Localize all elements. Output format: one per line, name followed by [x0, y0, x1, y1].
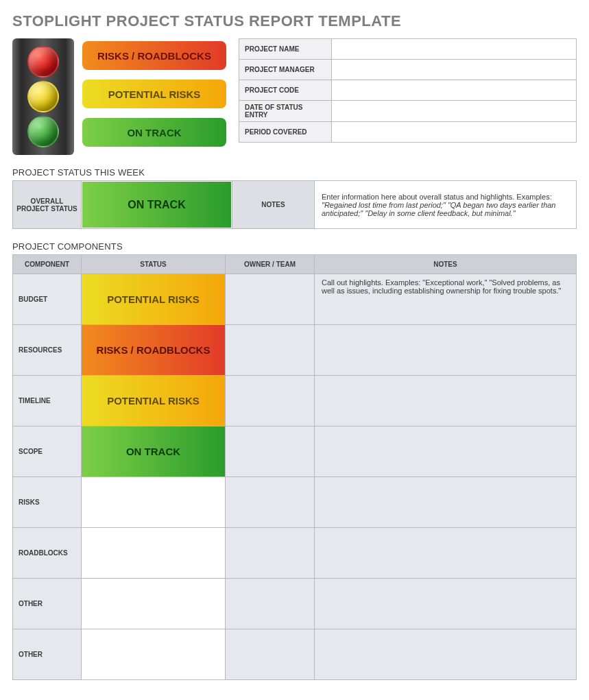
notes-intro: Enter information here about overall sta…: [322, 193, 552, 201]
overall-status-cell[interactable]: ON TRACK: [82, 181, 232, 229]
meta-label: PROJECT CODE: [239, 80, 332, 101]
component-notes[interactable]: [315, 579, 577, 629]
meta-label: PROJECT NAME: [239, 39, 332, 60]
col-status: STATUS: [82, 255, 226, 274]
table-row: OTHER: [13, 579, 577, 629]
meta-label: PROJECT MANAGER: [239, 60, 332, 80]
component-name: OTHER: [13, 629, 82, 680]
component-notes[interactable]: [315, 528, 577, 579]
components-table: COMPONENT STATUS OWNER / TEAM NOTES BUDG…: [12, 254, 577, 680]
yellow-lamp-icon: [27, 81, 59, 112]
meta-table: PROJECT NAMEPROJECT MANAGERPROJECT CODED…: [239, 38, 577, 143]
component-status-value: ON TRACK: [82, 426, 225, 476]
table-row: ROADBLOCKS: [13, 528, 577, 579]
component-notes[interactable]: [315, 426, 577, 477]
component-name: TIMELINE: [13, 376, 82, 426]
legend-red: RISKS / ROADBLOCKS: [82, 41, 226, 70]
component-name: BUDGET: [13, 274, 82, 325]
component-status-cell[interactable]: POTENTIAL RISKS: [82, 274, 226, 325]
meta-value[interactable]: [332, 60, 577, 80]
component-owner[interactable]: [226, 376, 315, 426]
overall-status-value: ON TRACK: [82, 182, 231, 228]
page-title: STOPLIGHT PROJECT STATUS REPORT TEMPLATE: [12, 12, 577, 30]
table-row: RISKS: [13, 477, 577, 528]
component-owner[interactable]: [226, 528, 315, 579]
table-row: OTHER: [13, 629, 577, 680]
component-status-cell[interactable]: [82, 579, 226, 629]
component-owner[interactable]: [226, 274, 315, 325]
status-week-table: OVERALL PROJECT STATUS ON TRACK NOTES En…: [12, 180, 577, 229]
component-owner[interactable]: [226, 579, 315, 629]
col-component: COMPONENT: [13, 255, 82, 274]
top-section: RISKS / ROADBLOCKS POTENTIAL RISKS ON TR…: [12, 38, 577, 155]
table-row: SCOPEON TRACK: [13, 426, 577, 477]
component-status-cell[interactable]: RISKS / ROADBLOCKS: [82, 325, 226, 376]
component-status-cell[interactable]: [82, 629, 226, 680]
legend: RISKS / ROADBLOCKS POTENTIAL RISKS ON TR…: [12, 38, 226, 155]
table-row: BUDGETPOTENTIAL RISKSCall out highlights…: [13, 274, 577, 325]
component-status-value: POTENTIAL RISKS: [82, 274, 225, 324]
legend-green: ON TRACK: [82, 118, 226, 147]
component-name: ROADBLOCKS: [13, 528, 82, 579]
component-owner[interactable]: [226, 325, 315, 376]
meta-value[interactable]: [332, 101, 577, 122]
meta-value[interactable]: [332, 122, 577, 143]
overall-status-label: OVERALL PROJECT STATUS: [13, 181, 82, 229]
component-name: OTHER: [13, 579, 82, 629]
component-owner[interactable]: [226, 629, 315, 680]
col-notes: NOTES: [315, 255, 577, 274]
status-week-notes[interactable]: Enter information here about overall sta…: [315, 181, 577, 229]
meta-value[interactable]: [332, 39, 577, 60]
meta-row: PERIOD COVERED: [239, 122, 577, 143]
component-notes[interactable]: Call out highlights. Examples: "Exceptio…: [315, 274, 577, 325]
component-status-cell[interactable]: POTENTIAL RISKS: [82, 376, 226, 426]
component-status-value: RISKS / ROADBLOCKS: [82, 325, 225, 375]
component-status-cell[interactable]: [82, 528, 226, 579]
component-status-value: POTENTIAL RISKS: [82, 376, 225, 426]
component-notes[interactable]: [315, 325, 577, 376]
component-owner[interactable]: [226, 426, 315, 477]
component-notes[interactable]: [315, 477, 577, 528]
component-name: SCOPE: [13, 426, 82, 477]
legend-pills: RISKS / ROADBLOCKS POTENTIAL RISKS ON TR…: [82, 38, 226, 147]
table-row: RESOURCESRISKS / ROADBLOCKS: [13, 325, 577, 376]
meta-label: PERIOD COVERED: [239, 122, 332, 143]
red-lamp-icon: [27, 46, 59, 77]
component-name: RESOURCES: [13, 325, 82, 376]
meta-row: PROJECT NAME: [239, 39, 577, 60]
notes-label: NOTES: [232, 181, 315, 229]
meta-row: DATE OF STATUS ENTRY: [239, 101, 577, 122]
notes-examples: "Regained lost time from last period;" "…: [322, 201, 555, 217]
stoplight-icon: [12, 38, 74, 155]
col-owner: OWNER / TEAM: [226, 255, 315, 274]
meta-row: PROJECT MANAGER: [239, 60, 577, 80]
component-name: RISKS: [13, 477, 82, 528]
meta-label: DATE OF STATUS ENTRY: [239, 101, 332, 122]
table-row: TIMELINEPOTENTIAL RISKS: [13, 376, 577, 426]
meta-row: PROJECT CODE: [239, 80, 577, 101]
status-week-heading: PROJECT STATUS THIS WEEK: [12, 167, 577, 178]
component-status-cell[interactable]: ON TRACK: [82, 426, 226, 477]
component-notes[interactable]: [315, 629, 577, 680]
component-owner[interactable]: [226, 477, 315, 528]
component-status-cell[interactable]: [82, 477, 226, 528]
components-heading: PROJECT COMPONENTS: [12, 241, 577, 252]
green-lamp-icon: [27, 116, 59, 147]
meta-value[interactable]: [332, 80, 577, 101]
component-notes[interactable]: [315, 376, 577, 426]
legend-yellow: POTENTIAL RISKS: [82, 80, 226, 108]
project-meta: PROJECT NAMEPROJECT MANAGERPROJECT CODED…: [239, 38, 577, 143]
